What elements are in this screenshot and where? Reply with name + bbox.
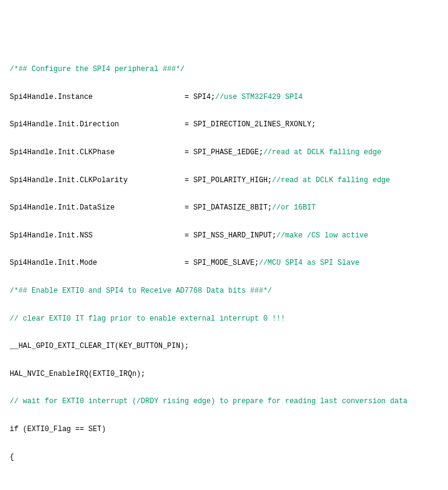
comment-enable: /*## Enable EXTI0 and SPI4 to Receive AD… bbox=[10, 284, 438, 298]
code-line: HAL_NVIC_EnableIRQ(EXTI0_IRQn); bbox=[10, 367, 438, 381]
code: Spi4Handle.Init.DataSize = SPI_DATASIZE_… bbox=[10, 203, 272, 212]
code: Spi4Handle.Instance = SPI4; bbox=[10, 93, 215, 101]
code-line: if (EXTI0_Flag == SET) bbox=[10, 423, 438, 437]
inline-comment: //make /CS low active bbox=[276, 231, 368, 240]
inline-comment: //or 16BIT bbox=[272, 203, 316, 212]
code-line: Spi4Handle.Init.CLKPolarity = SPI_POLARI… bbox=[10, 174, 438, 188]
code: Spi4Handle.Init.CLKPhase = SPI_PHASE_1ED… bbox=[10, 148, 263, 157]
code-line: __HAL_GPIO_EXTI_CLEAR_IT(KEY_BUTTON_PIN)… bbox=[10, 339, 438, 353]
code: Spi4Handle.Init.Mode = SPI_MODE_SLAVE; bbox=[10, 259, 259, 267]
code-line: Spi4Handle.Init.DataSize = SPI_DATASIZE_… bbox=[10, 201, 438, 215]
code-line: Spi4Handle.Init.Mode = SPI_MODE_SLAVE;//… bbox=[10, 256, 438, 270]
inline-comment: //MCU SPI4 as SPI Slave bbox=[259, 259, 359, 267]
code-line: Spi4Handle.Init.CLKPhase = SPI_PHASE_1ED… bbox=[10, 146, 438, 160]
code: Spi4Handle.Init.CLKPolarity = SPI_POLARI… bbox=[10, 176, 272, 185]
comment-config: /*## Configure the SPI4 peripheral ###*/ bbox=[10, 63, 438, 77]
inline-comment: //read at DCLK falling edge bbox=[272, 176, 390, 185]
code-line: { bbox=[10, 451, 438, 464]
code-line: Spi4Handle.Instance = SPI4;//use STM32F4… bbox=[10, 90, 438, 104]
inline-comment: //read at DCLK falling edge bbox=[263, 148, 381, 157]
comment-wait: // wait for EXTI0 interrupt (/DRDY risin… bbox=[10, 395, 438, 409]
code: Spi4Handle.Init.NSS = SPI_NSS_HARD_INPUT… bbox=[10, 231, 276, 240]
code-line: Spi4Handle.Init.NSS = SPI_NSS_HARD_INPUT… bbox=[10, 229, 438, 243]
code-line: Spi4Handle.Init.Direction = SPI_DIRECTIO… bbox=[10, 118, 438, 132]
comment-clear: // clear EXTI0 IT flag prior to enable e… bbox=[10, 312, 438, 326]
inline-comment: //use STM32F429 SPI4 bbox=[215, 93, 302, 101]
